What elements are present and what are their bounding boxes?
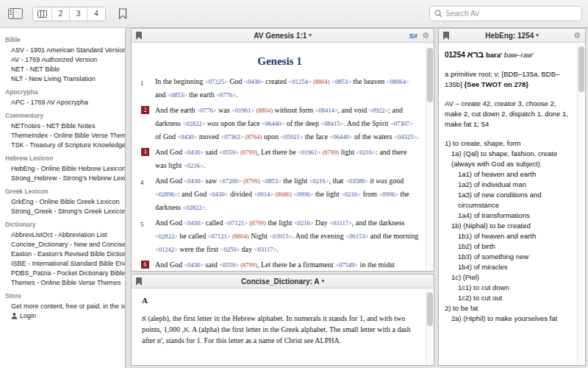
strongs-number-link[interactable]: <0216> [184, 162, 204, 169]
sidebar-item[interactable]: PDBS_Patzia - Pocket Dictionary Bible S. [0, 268, 125, 277]
strongs-number-link[interactable]: <03117> [329, 219, 352, 227]
sidebar-item[interactable]: NET - NET Bible [0, 64, 125, 74]
strongs-number-link[interactable]: <0430> [178, 133, 198, 141]
sidebar-toggle-button[interactable] [6, 6, 25, 22]
strongs-number-link[interactable]: <02896> [155, 191, 178, 198]
strongs-number-link[interactable]: <0259> [220, 246, 240, 253]
sidebar-item[interactable]: ISBE - International Standard Bible Ency… [0, 258, 125, 268]
passage-selector[interactable]: AV Genesis 1:1 ▾ [254, 32, 312, 40]
strongs-number-link[interactable]: <02822> [183, 204, 206, 211]
strongs-number-link[interactable]: <06153> [345, 233, 368, 240]
scrollbar-thumb[interactable] [578, 46, 584, 92]
strongs-numbers-toggle[interactable]: S# [409, 32, 418, 40]
sidebar-item[interactable]: TSK - Treasury of Scripture Knowledge [0, 140, 125, 149]
tense-number-link[interactable]: (8686) [275, 191, 292, 198]
sidebar-item[interactable]: Strong_Hebrew - Strong's Hebrew Lexicon [0, 173, 125, 183]
bookmark-icon[interactable] [136, 32, 142, 41]
strongs-number-link[interactable]: <01242> [155, 246, 178, 253]
strongs-number-link[interactable]: <0776> [216, 91, 236, 99]
strongs-number-link[interactable]: <0430> [184, 149, 204, 156]
strongs-number-link[interactable]: <0996> [294, 191, 314, 198]
verse-row[interactable]: 4And God <0430> saw <07200> (8799) <0853… [140, 174, 419, 214]
strongs-number-link[interactable]: <01961> [232, 107, 254, 114]
verse-row[interactable]: 3And God <0430> said <0559> (8799), Let … [140, 146, 419, 172]
verse-row[interactable]: 6And God <0430> said <0559> (8799), Let … [140, 258, 419, 271]
strongs-number-link[interactable]: <0853> [331, 78, 351, 85]
strongs-number-link[interactable]: <06440> [330, 133, 353, 141]
strongs-number-link[interactable]: <0922> [369, 107, 389, 114]
sidebar-item[interactable]: NETnotes - NET Bible Notes [0, 121, 125, 130]
strongs-number-link[interactable]: <03915> [269, 233, 292, 240]
strongs-number-link[interactable]: <0559> [219, 149, 239, 156]
strongs-number-link[interactable]: <0216> [309, 177, 329, 185]
sidebar-item[interactable]: GrkEng - Online Bible Greek Lexicon [0, 197, 125, 206]
layout-3-pane-button[interactable]: 3 [70, 7, 87, 21]
verse-row[interactable]: 2And the earth <0776> was <01961> (8804)… [140, 104, 419, 144]
strongs-number-link[interactable]: <0914> [254, 191, 273, 198]
strongs-number-link[interactable]: <01254> [289, 78, 312, 85]
strongs-number-link[interactable]: <0430> [184, 219, 204, 227]
strongs-number-link[interactable]: <0216> [341, 191, 361, 198]
sidebar-item[interactable]: NLT - New Living Translation [0, 74, 125, 83]
sidebar-item[interactable]: Themes - Online Bible Verse Themes [0, 277, 125, 287]
strongs-number-link[interactable]: <0776> [197, 107, 217, 114]
layout-columns-button[interactable] [33, 7, 52, 21]
lexicon-scrollbar[interactable] [577, 43, 585, 365]
tense-number-link[interactable]: (8804) [232, 233, 249, 240]
strongs-number-link[interactable]: <0430> [184, 261, 204, 269]
panel-settings-icon[interactable]: ⚙ [422, 32, 429, 40]
strongs-number-link[interactable]: <0559> [219, 261, 239, 269]
strongs-number-link[interactable]: <08064> [387, 78, 409, 85]
sidebar-item[interactable]: Strong_Greek - Strong's Greek Lexicon (E… [0, 206, 125, 216]
bible-scrollbar[interactable] [426, 43, 434, 271]
strongs-number-link[interactable]: <0996> [379, 191, 398, 198]
scrollbar-thumb[interactable] [427, 48, 433, 102]
verse-row[interactable]: 5And God <0430> called <07121> (8799) th… [140, 216, 419, 256]
strongs-number-link[interactable]: <05921> [280, 133, 303, 141]
strongs-number-link[interactable]: <07200> [219, 177, 242, 185]
bookmark-icon[interactable] [136, 277, 142, 287]
sidebar-item[interactable]: Easton - Easton's Revised Bible Dictiona… [0, 249, 125, 258]
sidebar-item[interactable]: AV - 1769 Authorized Version [0, 54, 125, 64]
strongs-number-link[interactable]: <07121> [225, 219, 248, 227]
sidebar-item[interactable]: Concise_Dictionary - New and Concise Bi. [0, 239, 125, 249]
sidebar-item[interactable]: AbbrevListOct - Abbreviation List [0, 230, 125, 239]
strongs-number-link[interactable]: <0853> [262, 177, 282, 185]
dictionary-entry-selector[interactable]: Concise_Dictionary: A ▾ [241, 277, 324, 286]
tense-number-link[interactable]: (8804) [313, 78, 330, 85]
strongs-number-link[interactable]: <06440> [262, 120, 284, 127]
search-input[interactable] [445, 10, 577, 18]
search-field[interactable] [429, 6, 582, 21]
dictionary-scrollbar[interactable] [426, 289, 434, 365]
layout-4-pane-button[interactable]: 4 [87, 7, 105, 21]
tense-number-link[interactable]: (8799) [243, 177, 260, 185]
panel-settings-icon[interactable]: ⚙ [573, 32, 581, 40]
strongs-number-link[interactable]: <07307> [390, 120, 413, 127]
tense-number-link[interactable]: (8804) [256, 107, 273, 114]
layout-2-pane-button[interactable]: 2 [52, 7, 70, 21]
strongs-number-link[interactable]: <0216> [356, 149, 376, 156]
strongs-number-link[interactable]: <0853> [168, 91, 187, 99]
sidebar-item[interactable]: APC - 1769 AV Apocrypha [0, 97, 125, 107]
strongs-number-link[interactable]: <08415> [321, 120, 344, 127]
strongs-number-link[interactable]: <07121> [208, 233, 231, 240]
strongs-number-link[interactable]: <01961> [298, 149, 320, 156]
strongs-number-link[interactable]: <02822> [155, 233, 178, 240]
tense-number-link[interactable]: (8764) [245, 133, 262, 141]
strongs-number-link[interactable]: <0430> [244, 78, 264, 85]
strongs-number-link[interactable]: <08414> [315, 107, 338, 114]
strongs-number-link[interactable]: <02822> [183, 120, 206, 127]
strongs-number-link[interactable]: <0216> [294, 219, 314, 227]
strongs-number-link[interactable]: <03588> [345, 177, 368, 185]
sidebar-item[interactable]: Get more content, free or paid, in the s… [0, 301, 125, 311]
sidebar-item[interactable]: ThemeIndex - Online Bible Verse Theme I. [0, 130, 125, 140]
scrollbar-thumb[interactable] [427, 292, 433, 326]
bookmarks-button[interactable] [113, 6, 132, 22]
strongs-number-link[interactable]: <07225> [205, 78, 228, 85]
strongs-number-link[interactable]: <0430> [184, 177, 204, 185]
tense-number-link[interactable]: (8799) [323, 149, 340, 156]
tense-number-link[interactable]: (8799) [249, 219, 266, 227]
strongs-number-link[interactable]: <03117> [254, 246, 277, 253]
tense-number-link[interactable]: (8799) [240, 261, 257, 269]
sidebar-item[interactable]: ASV - 1901 American Standard Version [0, 45, 125, 54]
